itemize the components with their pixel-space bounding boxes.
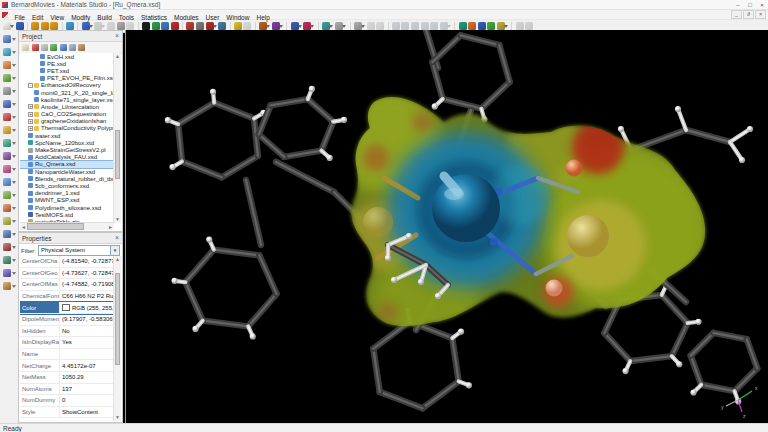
lighting-icon[interactable] xyxy=(335,22,343,30)
new-item-icon[interactable] xyxy=(22,44,29,51)
tree-item-polydimeth-siloxane-xsd[interactable]: Polydimeth_siloxane.xsd xyxy=(20,204,114,211)
animation-stop-icon[interactable] xyxy=(411,22,419,30)
molecule-viewport[interactable]: x y z xyxy=(125,30,768,423)
build-polymers-icon[interactable] xyxy=(3,48,11,56)
scroll-down-icon[interactable]: ▼ xyxy=(114,414,121,421)
project-open-icon[interactable] xyxy=(41,22,49,30)
tree-item-enhancedoilrecovery[interactable]: -EnhancedOilRecovery xyxy=(20,82,114,89)
expand-icon[interactable]: + xyxy=(28,119,33,124)
synthia-module-icon[interactable] xyxy=(3,243,11,251)
property-row-chemicalform[interactable]: ChemicalFormC66 H66 N2 P2 Ru xyxy=(20,291,114,303)
server-console-icon[interactable] xyxy=(459,22,467,30)
collapse-icon[interactable]: - xyxy=(28,83,33,88)
properties-vscrollbar[interactable]: ▲ ▼ xyxy=(113,256,121,421)
scroll-right-icon[interactable]: ► xyxy=(107,224,114,230)
tree-item-mwnt-esp-xsd[interactable]: MWNT_ESP.xsd xyxy=(20,197,114,204)
job-explorer-icon[interactable] xyxy=(468,22,476,30)
discover-module-icon[interactable] xyxy=(3,269,11,277)
project-panel-close-icon[interactable]: × xyxy=(115,31,122,41)
chart-viewer-icon[interactable] xyxy=(218,22,226,30)
label-atoms-icon[interactable] xyxy=(291,22,299,30)
save-icon[interactable] xyxy=(16,22,24,30)
new-document-icon[interactable] xyxy=(3,22,11,30)
maximize-button[interactable]: □ xyxy=(744,1,756,9)
import-export-icon[interactable] xyxy=(66,22,74,30)
build-crystals-icon[interactable] xyxy=(3,61,11,69)
forcite-module-icon[interactable] xyxy=(3,152,11,160)
menu-modules[interactable]: Modules xyxy=(171,14,203,21)
delete-item-icon[interactable] xyxy=(32,44,39,51)
element-picker-icon[interactable] xyxy=(272,22,280,30)
property-row-netcharge[interactable]: NetCharge4.45172e-07 xyxy=(20,360,114,372)
property-row-color[interactable]: ColorRGB (255, 255, 255) xyxy=(20,302,114,314)
sync-view-icon[interactable] xyxy=(78,44,85,51)
tree-item-blends-natural-rubber-di-tbutylkato[interactable]: Blends_natural_rubber_di_tbutylkato xyxy=(20,175,114,182)
project-close-icon[interactable] xyxy=(50,22,58,30)
menu-modify[interactable]: Modify xyxy=(68,14,94,21)
expand-icon[interactable]: + xyxy=(28,112,33,117)
filter-dropdown[interactable]: Physical System xyxy=(38,245,120,256)
open-explorer-icon[interactable] xyxy=(50,44,57,51)
property-row-isindisplayra[interactable]: IsInDisplayRaYes xyxy=(20,337,114,349)
menu-help[interactable]: Help xyxy=(253,14,273,21)
tree-item-mont0-321-k-20-single-layer-xsd[interactable]: mont0_321_K_20_single_layer.xsd xyxy=(20,89,114,96)
tree-item-thermalconductivity-polypropylene[interactable]: +ThermalConductivity Polypropylene xyxy=(20,125,114,132)
property-row-dipolemomen[interactable]: DipoleMomen(9.17907, -0.583065, 8.94082) xyxy=(20,314,114,326)
tree-item-spcname-120box-xtd[interactable]: SpcName_120box.xtd xyxy=(20,139,114,146)
property-row-name[interactable]: Name xyxy=(20,349,114,361)
expand-icon[interactable]: + xyxy=(28,126,33,131)
project-tree-hscrollbar[interactable]: ◄ ► xyxy=(20,222,114,230)
undo-icon[interactable] xyxy=(82,22,90,30)
tree-item-evoh-xsd[interactable]: EvOH.xsd xyxy=(20,53,114,60)
color-atoms-icon[interactable] xyxy=(303,22,311,30)
redo-icon[interactable] xyxy=(94,22,102,30)
polymorph-module-icon[interactable] xyxy=(3,204,11,212)
minimize-button[interactable]: – xyxy=(732,1,744,9)
project-tree-vscrollbar[interactable]: ▲ ▼ xyxy=(113,53,121,223)
cut-icon[interactable] xyxy=(107,22,115,30)
center-view-icon[interactable] xyxy=(171,22,179,30)
sketch-tools-icon[interactable] xyxy=(3,35,11,43)
property-row-centerofgeo[interactable]: CenterOfGeo(-4.73627, -0.728474, 0.1160.… xyxy=(20,268,114,280)
menu-user[interactable]: User xyxy=(202,14,223,21)
tree-item-acidcatalysis-fau-xsd[interactable]: AcidCatalysis_FAU.xsd xyxy=(20,154,114,161)
scroll-down-icon[interactable]: ▼ xyxy=(114,216,121,223)
mesocite-module-icon[interactable] xyxy=(3,178,11,186)
tree-item-kaolinite71-single-layer-xsd[interactable]: kaolinite71_single_layer.xsd xyxy=(20,96,114,103)
help-whatsthis-icon[interactable] xyxy=(525,22,533,30)
copy-icon[interactable] xyxy=(117,22,125,30)
castep-module-icon[interactable] xyxy=(3,126,11,134)
conformers-icon[interactable] xyxy=(3,113,11,121)
close-button[interactable]: × xyxy=(756,1,768,9)
selection-mode-icon[interactable] xyxy=(142,22,150,30)
sketch-tool-icon[interactable] xyxy=(234,22,242,30)
scripting-icon[interactable] xyxy=(497,22,505,30)
onetep-module-icon[interactable] xyxy=(3,191,11,199)
properties-panel-close-icon[interactable]: × xyxy=(115,233,122,243)
tree-item-testmofs-std[interactable]: TestMOFS.std xyxy=(20,211,114,218)
scroll-up-icon[interactable]: ▲ xyxy=(114,53,121,60)
sort-items-icon[interactable] xyxy=(60,44,67,51)
tree-item-anode-liintercalation[interactable]: +Anode_LiIntercalation xyxy=(20,103,114,110)
menu-statistics[interactable]: Statistics xyxy=(137,14,170,21)
animation-step-forward-icon[interactable] xyxy=(430,22,438,30)
menu-file[interactable]: File xyxy=(11,14,28,21)
tree-item-grapheneoxidationishan[interactable]: +grapheneOxidationIshan xyxy=(20,118,114,125)
window-tile-icon[interactable] xyxy=(516,22,524,30)
vamp-module-icon[interactable] xyxy=(3,256,11,264)
scroll-thumb[interactable] xyxy=(27,223,84,230)
measure-change-icon[interactable] xyxy=(186,22,194,30)
property-row-netmass[interactable]: NetMass1050.29 xyxy=(20,372,114,384)
paste-icon[interactable] xyxy=(126,22,134,30)
modules-launcher-icon[interactable] xyxy=(478,22,486,30)
gulp-module-icon[interactable] xyxy=(3,165,11,173)
scroll-thumb[interactable] xyxy=(115,130,120,180)
doc-close-button[interactable]: × xyxy=(755,10,766,19)
scroll-thumb[interactable] xyxy=(115,273,120,366)
expand-icon[interactable]: + xyxy=(28,104,33,109)
view-options-icon[interactable] xyxy=(196,22,204,30)
property-row-centerofmas[interactable]: CenterOfMas(-4.74582, -0.719088, 0.0883.… xyxy=(20,279,114,291)
doc-restore-button[interactable]: ∂ xyxy=(743,10,754,19)
sort-view-icon[interactable] xyxy=(376,22,384,30)
delete-tool-icon[interactable] xyxy=(206,22,214,30)
